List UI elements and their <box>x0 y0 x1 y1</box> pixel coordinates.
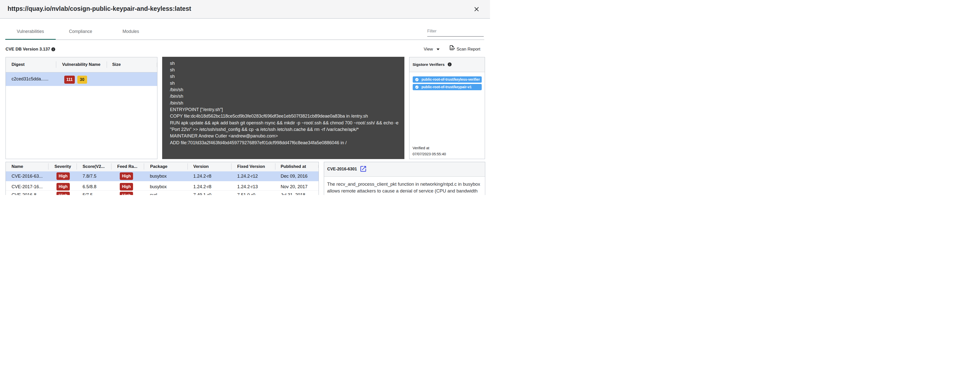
svg-text:csv: csv <box>450 47 455 50</box>
